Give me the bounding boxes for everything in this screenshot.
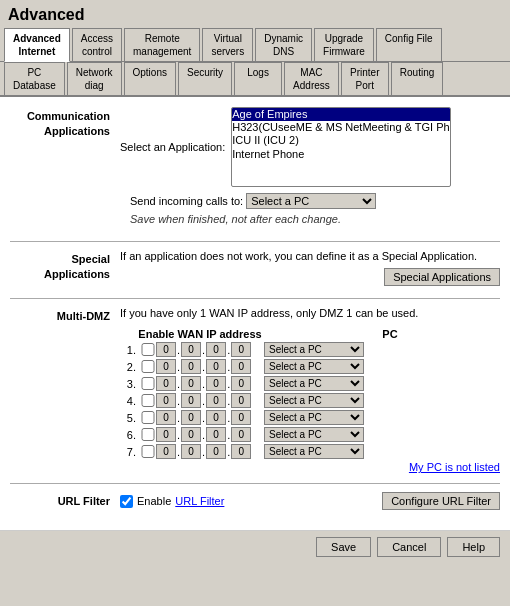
dmz-ip-4-1[interactable] bbox=[156, 393, 176, 408]
dmz-row-num-4: 4. bbox=[120, 395, 140, 407]
tab-mac-address[interactable]: MACAddress bbox=[284, 62, 339, 95]
comm-apps-label: CommunicationApplications bbox=[10, 107, 120, 140]
dmz-ip-1: . . . bbox=[156, 342, 256, 357]
tab-logs[interactable]: Logs bbox=[234, 62, 282, 95]
dmz-row-num-7: 7. bbox=[120, 446, 140, 458]
tab-advanced-internet[interactable]: AdvancedInternet bbox=[4, 28, 70, 62]
tab-remote-management[interactable]: Remotemanagement bbox=[124, 28, 200, 61]
dmz-row-num-3: 3. bbox=[120, 378, 140, 390]
dmz-row-num-2: 2. bbox=[120, 361, 140, 373]
footer-buttons: Save Cancel Help bbox=[0, 530, 510, 563]
dmz-row-4: 4. . . . Select a PC bbox=[120, 393, 500, 408]
dmz-row-num-1: 1. bbox=[120, 344, 140, 356]
dmz-ip-5-3[interactable] bbox=[206, 410, 226, 425]
url-filter-label: URL Filter bbox=[10, 495, 120, 507]
dmz-ip-2-4[interactable] bbox=[231, 359, 251, 374]
configure-url-filter-button[interactable]: Configure URL Filter bbox=[382, 492, 500, 510]
dmz-ip-6-2[interactable] bbox=[181, 427, 201, 442]
dmz-ip-4-2[interactable] bbox=[181, 393, 201, 408]
dmz-ip-7-3[interactable] bbox=[206, 444, 226, 459]
dmz-ip-3-2[interactable] bbox=[181, 376, 201, 391]
tab-virtual-servers[interactable]: Virtualservers bbox=[202, 28, 253, 61]
tab-security[interactable]: Security bbox=[178, 62, 232, 95]
dmz-pc-select-1[interactable]: Select a PC bbox=[264, 342, 364, 357]
save-note: Save when finished, not after each chang… bbox=[120, 213, 500, 225]
tab-network-diag[interactable]: Networkdiag bbox=[67, 62, 122, 95]
help-button[interactable]: Help bbox=[447, 537, 500, 557]
dmz-check-5[interactable] bbox=[140, 411, 156, 424]
multidmz-label: Multi-DMZ bbox=[10, 307, 120, 324]
special-apps-content: If an application does not work, you can… bbox=[120, 250, 500, 286]
dmz-table-header: Enable WAN IP address PC bbox=[120, 328, 500, 340]
dmz-ip-5-4[interactable] bbox=[231, 410, 251, 425]
dmz-ip-7-2[interactable] bbox=[181, 444, 201, 459]
multidmz-label-row: Multi-DMZ If you have only 1 WAN IP addr… bbox=[10, 307, 500, 324]
dmz-check-7[interactable] bbox=[140, 445, 156, 458]
dmz-ip-6-4[interactable] bbox=[231, 427, 251, 442]
cancel-button[interactable]: Cancel bbox=[377, 537, 441, 557]
dmz-ip-6-3[interactable] bbox=[206, 427, 226, 442]
dmz-check-1[interactable] bbox=[140, 343, 156, 356]
app-option-1[interactable]: Age of Empires bbox=[232, 108, 450, 121]
dmz-ip-2-1[interactable] bbox=[156, 359, 176, 374]
multidmz-note: If you have only 1 WAN IP address, only … bbox=[120, 307, 500, 319]
dmz-check-3[interactable] bbox=[140, 377, 156, 390]
dmz-check-4[interactable] bbox=[140, 394, 156, 407]
dmz-ip-6: . . . bbox=[156, 427, 256, 442]
dmz-ip-3-1[interactable] bbox=[156, 376, 176, 391]
dmz-ip-3: . . . bbox=[156, 376, 256, 391]
dmz-not-listed-link[interactable]: My PC is not listed bbox=[120, 461, 500, 473]
dmz-ip-5-2[interactable] bbox=[181, 410, 201, 425]
dmz-pc-select-5[interactable]: Select a PC bbox=[264, 410, 364, 425]
dmz-row-5: 5. . . . Select a PC bbox=[120, 410, 500, 425]
dmz-check-2[interactable] bbox=[140, 360, 156, 373]
dmz-ip-7-4[interactable] bbox=[231, 444, 251, 459]
special-apps-label: SpecialApplications bbox=[10, 250, 120, 283]
dmz-ip-5-1[interactable] bbox=[156, 410, 176, 425]
dmz-row-2: 2. . . . Select a PC bbox=[120, 359, 500, 374]
dmz-ip-1-1[interactable] bbox=[156, 342, 176, 357]
tab-printer-port[interactable]: PrinterPort bbox=[341, 62, 389, 95]
dmz-ip-2-2[interactable] bbox=[181, 359, 201, 374]
app-option-3[interactable]: ICU II (ICU 2) bbox=[232, 134, 450, 147]
dmz-ip-1-4[interactable] bbox=[231, 342, 251, 357]
application-listbox[interactable]: Age of Empires H323(CUseeME & MS NetMeet… bbox=[231, 107, 451, 187]
tab-options[interactable]: Options bbox=[124, 62, 176, 95]
app-option-2[interactable]: H323(CUseeME & MS NetMeeting & TGI Phone… bbox=[232, 121, 450, 134]
tab-pc-database[interactable]: PCDatabase bbox=[4, 62, 65, 95]
send-calls-label: Send incoming calls to: bbox=[130, 195, 243, 207]
tab-dynamic-dns[interactable]: DynamicDNS bbox=[255, 28, 312, 61]
tab-access-control[interactable]: Accesscontrol bbox=[72, 28, 122, 61]
dmz-pc-select-3[interactable]: Select a PC bbox=[264, 376, 364, 391]
tab-config-file[interactable]: Config File bbox=[376, 28, 442, 61]
dmz-ip-2-3[interactable] bbox=[206, 359, 226, 374]
save-button[interactable]: Save bbox=[316, 537, 371, 557]
dmz-ip-3-4[interactable] bbox=[231, 376, 251, 391]
dmz-pc-select-2[interactable]: Select a PC bbox=[264, 359, 364, 374]
dmz-ip-7-1[interactable] bbox=[156, 444, 176, 459]
tab-routing[interactable]: Routing bbox=[391, 62, 443, 95]
url-filter-checkbox[interactable] bbox=[120, 495, 133, 508]
dmz-ip-6-1[interactable] bbox=[156, 427, 176, 442]
url-filter-link[interactable]: URL Filter bbox=[175, 495, 224, 507]
dmz-ip-4-3[interactable] bbox=[206, 393, 226, 408]
dmz-ip-1-2[interactable] bbox=[181, 342, 201, 357]
dmz-ip-4-4[interactable] bbox=[231, 393, 251, 408]
send-calls-select[interactable]: Select a PC bbox=[246, 193, 376, 209]
dmz-row-7: 7. . . . Select a PC bbox=[120, 444, 500, 459]
app-option-4[interactable]: Internet Phone bbox=[232, 148, 450, 161]
tab-upgrade-firmware[interactable]: UpgradeFirmware bbox=[314, 28, 374, 61]
select-app-label: Select an Application: bbox=[120, 141, 225, 153]
dmz-check-6[interactable] bbox=[140, 428, 156, 441]
bottom-tab-bar: PCDatabase Networkdiag Options Security … bbox=[0, 62, 510, 97]
dmz-ip-3-3[interactable] bbox=[206, 376, 226, 391]
dmz-pc-col-header: PC bbox=[280, 328, 500, 340]
dmz-enable-col-header: Enable WAN IP address bbox=[120, 328, 280, 340]
dmz-ip-2: . . . bbox=[156, 359, 256, 374]
dmz-pc-select-6[interactable]: Select a PC bbox=[264, 427, 364, 442]
dmz-pc-select-7[interactable]: Select a PC bbox=[264, 444, 364, 459]
send-calls-row: Send incoming calls to: Select a PC bbox=[120, 193, 500, 209]
dmz-pc-select-4[interactable]: Select a PC bbox=[264, 393, 364, 408]
dmz-ip-1-3[interactable] bbox=[206, 342, 226, 357]
special-applications-button[interactable]: Special Applications bbox=[384, 268, 500, 286]
